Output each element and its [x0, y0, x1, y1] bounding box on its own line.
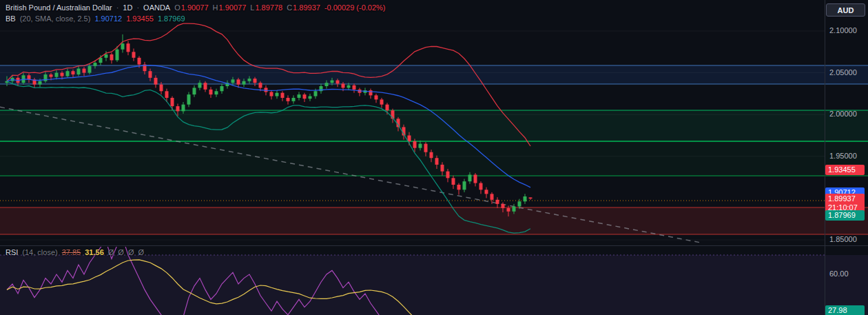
rsi-ma-value: 31.56 [85, 248, 104, 256]
price-axis-tick: 1.85000 [829, 235, 857, 244]
bb-indicator-legend[interactable]: BB (20, SMA, close, 2.5) 1.90712 1.93455… [6, 14, 386, 23]
separator-dot: · [136, 3, 139, 12]
rsi-hidden-value: 37.85 [62, 248, 81, 256]
low-value: L1.89778 [250, 3, 282, 12]
rsi-empty-value: Ø [118, 248, 124, 256]
close-value: C1.89937 [287, 3, 320, 12]
rsi-empty-value: Ø [138, 248, 144, 256]
bb-lower-value: 1.87969 [158, 14, 185, 23]
open-value: O1.90077 [174, 3, 208, 12]
symbol-legend[interactable]: British Pound / Australian Dollar · 1D ·… [6, 3, 386, 12]
symbol-title: British Pound / Australian Dollar [6, 3, 112, 12]
rsi-params: (14, close) [22, 248, 57, 256]
rsi-empty-value: Ø [128, 248, 134, 256]
price-axis[interactable]: AUD 2.100002.050002.000001.950001.850001… [825, 0, 868, 315]
exchange-label: OANDA [143, 3, 170, 12]
bb-name: BB [6, 14, 16, 23]
price-axis-tick: 2.00000 [829, 110, 857, 119]
timeframe-label: 1D [123, 3, 132, 12]
rsi-name: RSI [6, 248, 18, 256]
rsi-empty-value: Ø [108, 248, 114, 256]
rsi-label-badge: 27.98 [825, 305, 865, 315]
chart-canvas[interactable] [0, 0, 868, 315]
bb-basis-value: 1.90712 [94, 14, 122, 23]
price-axis-tick: 2.10000 [829, 26, 857, 35]
legend: British Pound / Australian Dollar · 1D ·… [6, 3, 386, 26]
rsi-axis-tick: 60.00 [829, 270, 849, 278]
separator-dot: · [116, 3, 119, 12]
price-axis-tick: 1.95000 [829, 152, 857, 161]
price-label-badge: 1.93455 [825, 165, 865, 175]
bb-upper-value: 1.93455 [126, 14, 154, 23]
change-value: -0.00029 (-0.02%) [324, 3, 386, 12]
high-value: H1.90077 [213, 3, 247, 12]
rsi-indicator-legend[interactable]: RSI (14, close) 37.85 31.56 Ø Ø Ø Ø [6, 248, 144, 256]
currency-badge[interactable]: AUD [826, 3, 865, 17]
price-label-badge: 1.87969 [825, 210, 865, 221]
price-axis-tick: 2.05000 [829, 68, 857, 77]
trading-chart-app: { "header": { "symbol_line": { "title": … [0, 0, 868, 315]
bb-params: (20, SMA, close, 2.5) [20, 14, 91, 23]
